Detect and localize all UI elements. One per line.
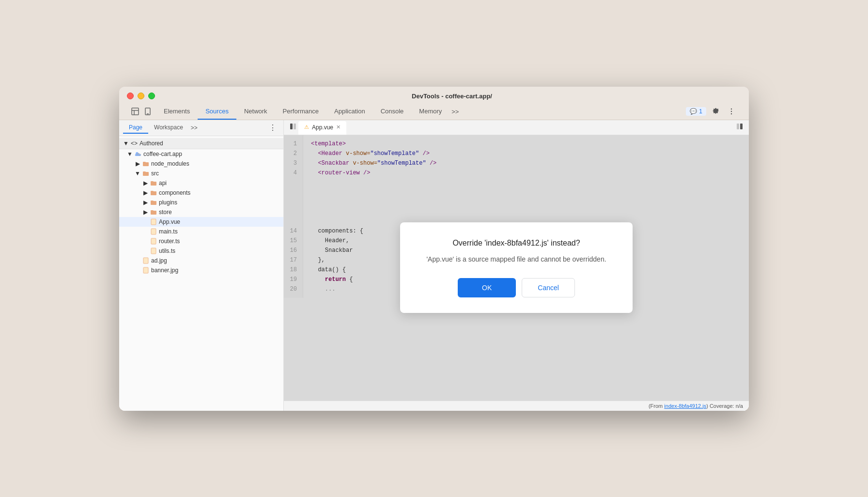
tree-item-ad-jpg[interactable]: ▶ ad.jpg xyxy=(119,256,283,265)
utils-ts-label: utils.ts xyxy=(159,248,175,254)
editor-tab-label: App.vue xyxy=(312,124,333,131)
tree-item-utils-ts[interactable]: ▶ utils.ts xyxy=(119,246,283,256)
window-title: DevTools - coffee-cart.app/ xyxy=(163,93,741,100)
tab-application[interactable]: Application xyxy=(326,104,373,120)
folder-icon-node-modules xyxy=(142,160,149,167)
tree-item-router-ts[interactable]: ▶ router.ts xyxy=(119,236,283,246)
devtools-window: DevTools - coffee-cart.app/ Elements Sou… xyxy=(119,87,749,411)
tree-section-authored: ▼ <> Authored xyxy=(119,138,283,149)
tab-console[interactable]: Console xyxy=(373,104,412,120)
svg-rect-9 xyxy=(151,229,156,234)
file-icon-utils-ts xyxy=(150,248,157,254)
svg-rect-14 xyxy=(290,124,293,129)
svg-point-6 xyxy=(731,111,732,112)
tree-item-components[interactable]: ▶ components xyxy=(119,188,283,198)
devtools-inspect-icon[interactable] xyxy=(131,107,140,116)
tab-sources[interactable]: Sources xyxy=(198,104,236,120)
console-icon: 💬 xyxy=(690,108,697,115)
tree-item-coffee-cart[interactable]: ▼ coffee-cart.app xyxy=(119,149,283,159)
dialog: Override 'index-8bfa4912.js' instead? 'A… xyxy=(400,222,633,313)
tree-item-src[interactable]: ▼ src xyxy=(119,169,283,178)
folder-icon-components xyxy=(150,189,157,196)
minimize-button[interactable] xyxy=(138,93,144,99)
dialog-buttons: OK Cancel xyxy=(419,278,613,297)
src-label: src xyxy=(151,170,159,177)
svg-point-5 xyxy=(731,109,732,109)
status-text-coverage: ) Coverage: n/a xyxy=(706,403,743,409)
tree-item-plugins[interactable]: ▶ plugins xyxy=(119,198,283,207)
file-icon-router-ts xyxy=(150,238,157,245)
banner-jpg-label: banner.jpg xyxy=(151,267,178,274)
title-bar: DevTools - coffee-cart.app/ Elements Sou… xyxy=(119,87,749,120)
status-link[interactable]: index-8bfa4912.js xyxy=(664,403,706,409)
tree-item-api[interactable]: ▶ api xyxy=(119,178,283,188)
plugins-label: plugins xyxy=(159,199,177,206)
close-button[interactable] xyxy=(127,93,134,99)
menu-button[interactable] xyxy=(726,106,737,117)
svg-rect-10 xyxy=(151,238,156,244)
tab-more-button[interactable]: >> xyxy=(450,104,461,119)
file-icon-app-vue xyxy=(150,218,157,225)
folder-icon-store xyxy=(150,209,157,216)
tree-item-main-ts[interactable]: ▶ main.ts xyxy=(119,227,283,236)
tree-item-banner-jpg[interactable]: ▶ banner.jpg xyxy=(119,265,283,275)
editor-tab-bar: ⚠ App.vue ✕ xyxy=(284,120,749,135)
plugins-chevron-icon: ▶ xyxy=(142,200,148,205)
tree-item-store[interactable]: ▶ store xyxy=(119,207,283,217)
api-chevron-icon: ▶ xyxy=(142,180,148,186)
right-panel: ⚠ App.vue ✕ 1 2 3 xyxy=(284,120,749,411)
tab-network[interactable]: Network xyxy=(236,104,275,120)
traffic-lights xyxy=(127,93,155,99)
status-bar: (From index-8bfa4912.js) Coverage: n/a xyxy=(284,401,749,411)
tree-item-app-vue[interactable]: ▶ App.vue xyxy=(119,217,283,227)
warning-icon: ⚠ xyxy=(304,124,309,130)
svg-rect-8 xyxy=(151,219,156,225)
cloud-icon xyxy=(135,151,141,157)
dialog-title: Override 'index-8bfa4912.js' instead? xyxy=(419,238,613,248)
svg-rect-12 xyxy=(143,258,148,264)
settings-button[interactable] xyxy=(710,106,722,117)
devtools-device-icon[interactable] xyxy=(143,107,152,116)
panel-menu-button[interactable]: ⋮ xyxy=(266,122,279,133)
maximize-button[interactable] xyxy=(148,93,155,99)
folder-icon-plugins xyxy=(150,199,157,206)
console-count: 1 xyxy=(699,108,702,115)
editor-sidebar-toggle-button[interactable] xyxy=(288,120,298,134)
editor-right-panel-toggle[interactable] xyxy=(734,120,745,134)
code-editor-area[interactable]: 1 2 3 4 14 15 16 17 18 xyxy=(284,135,749,401)
status-text-from: (From xyxy=(649,403,664,409)
tab-performance[interactable]: Performance xyxy=(275,104,326,120)
file-tree: ▼ <> Authored ▼ coffee-cart.app ▶ xyxy=(119,136,283,411)
console-counter-badge[interactable]: 💬 1 xyxy=(686,107,706,116)
editor-tab-app-vue[interactable]: ⚠ App.vue ✕ xyxy=(298,121,346,135)
panel-tab-more[interactable]: >> xyxy=(189,123,200,133)
svg-rect-0 xyxy=(132,108,139,115)
svg-point-7 xyxy=(731,113,732,114)
tab-bar-right: 💬 1 xyxy=(686,106,737,117)
src-chevron-icon: ▼ xyxy=(135,171,140,176)
svg-rect-13 xyxy=(143,267,148,273)
dialog-ok-button[interactable]: OK xyxy=(458,278,516,297)
tab-memory[interactable]: Memory xyxy=(411,104,450,120)
authored-code-icon: <> xyxy=(131,140,138,147)
node-modules-label: node_modules xyxy=(151,160,189,167)
components-chevron-icon: ▶ xyxy=(142,190,148,196)
folder-icon-api xyxy=(150,180,157,186)
editor-tab-close-icon[interactable]: ✕ xyxy=(336,124,341,130)
file-icon-main-ts xyxy=(150,228,157,235)
folder-icon-src xyxy=(142,170,149,177)
tab-elements[interactable]: Elements xyxy=(156,104,198,120)
dialog-cancel-button[interactable]: Cancel xyxy=(522,278,575,297)
components-label: components xyxy=(159,189,190,196)
left-panel: Page Workspace >> ⋮ ▼ <> Authored ▼ xyxy=(119,120,284,411)
coffee-cart-label: coffee-cart.app xyxy=(143,151,182,157)
app-vue-label: App.vue xyxy=(159,218,180,225)
panel-tab-workspace[interactable]: Workspace xyxy=(148,122,189,134)
api-label: api xyxy=(159,180,167,186)
tree-item-node-modules[interactable]: ▶ node_modules xyxy=(119,159,283,169)
svg-rect-16 xyxy=(737,124,739,129)
main-content: Page Workspace >> ⋮ ▼ <> Authored ▼ xyxy=(119,120,749,411)
dialog-overlay: Override 'index-8bfa4912.js' instead? 'A… xyxy=(284,135,749,401)
panel-tab-page[interactable]: Page xyxy=(123,122,148,134)
main-ts-label: main.ts xyxy=(159,228,178,235)
